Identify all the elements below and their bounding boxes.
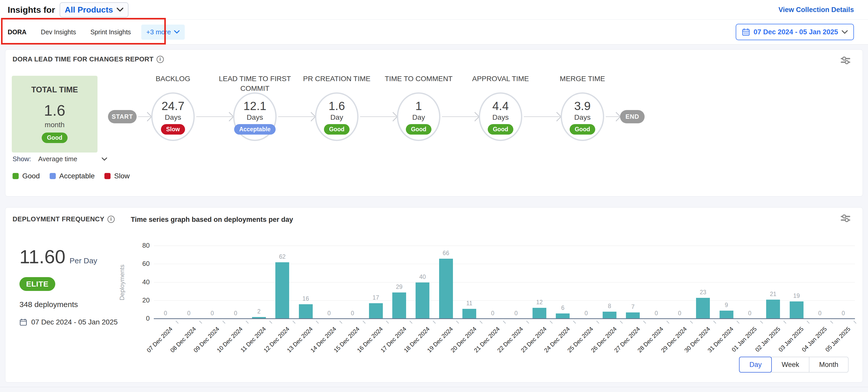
- stage-unit: Day: [330, 113, 343, 122]
- bar: [696, 298, 710, 319]
- x-tick-mark: [199, 321, 202, 324]
- bar: [275, 262, 289, 319]
- tab-sprint-insights[interactable]: Sprint Insights: [90, 20, 131, 44]
- stage-label-merge-time: MERGE TIME: [541, 74, 623, 84]
- bar-value-label: 0: [833, 310, 854, 317]
- bar-value-label: 0: [202, 310, 222, 317]
- granularity-day[interactable]: Day: [739, 357, 772, 372]
- bar-value-label: 62: [272, 253, 292, 260]
- divider: [0, 387, 868, 387]
- y-tick-label: 20: [134, 296, 150, 304]
- view-collection-details-link[interactable]: View Collection Details: [778, 6, 854, 14]
- bar: [462, 309, 476, 319]
- bar-value-label: 9: [716, 302, 737, 309]
- y-axis-title: Deployments: [117, 246, 127, 319]
- info-icon[interactable]: i: [157, 56, 164, 63]
- granularity-month[interactable]: Month: [809, 357, 848, 372]
- bar-value-label: 0: [319, 310, 339, 317]
- stage-value: 1.6: [329, 99, 345, 113]
- y-tick-label: 80: [134, 242, 150, 249]
- bar-value-label: 0: [646, 310, 666, 317]
- lead-time-card: DORA LEAD TIME FOR CHANGES REPORT i TOTA…: [5, 50, 863, 197]
- page-header: Insights for All Products View Collectio…: [0, 0, 868, 20]
- stage-approval-time: 4.4DaysGood: [479, 92, 522, 141]
- chevron-down-icon: [117, 8, 123, 12]
- more-tabs-label: +3 more: [146, 28, 171, 36]
- y-tick-label: 0: [134, 314, 150, 323]
- stage-rating-badge: Good: [488, 124, 513, 134]
- bar-value-label: 66: [436, 250, 456, 257]
- elite-badge: ELITE: [20, 277, 55, 291]
- total-time-value: 1.6: [44, 101, 65, 119]
- info-icon[interactable]: i: [107, 216, 115, 223]
- tab-bar-items: DORADev InsightsSprint Insights: [8, 20, 131, 44]
- bar: [556, 313, 569, 319]
- stage-label-lead-time-to-first-commit: LEAD TIME TO FIRST COMMIT: [214, 74, 296, 93]
- bar-value-label: 0: [483, 310, 503, 317]
- calendar-icon: [20, 318, 27, 326]
- legend-item-acceptable: Acceptable: [50, 172, 95, 180]
- bar-value-label: 0: [810, 310, 830, 317]
- flow-arrowhead-icon: [612, 112, 621, 122]
- deployment-rate-value: 11.60: [20, 246, 65, 268]
- bar-value-label: 23: [693, 289, 713, 296]
- x-tick-mark: [573, 321, 576, 324]
- x-tick-mark: [176, 321, 179, 324]
- x-tick-mark: [760, 321, 763, 324]
- legend-item-good: Good: [12, 172, 40, 180]
- lead-time-title-text: DORA LEAD TIME FOR CHANGES REPORT: [12, 55, 154, 63]
- deployment-card-title: DEPLOYMENT FREQUENCY i: [12, 215, 115, 223]
- stage-value: 12.1: [243, 99, 267, 113]
- stage-unit: Days: [247, 113, 263, 122]
- legend-label: Good: [22, 172, 40, 180]
- x-tick-mark: [246, 321, 249, 324]
- deployment-date-range: 07 Dec 2024 - 05 Jan 2025: [20, 318, 118, 326]
- x-tick-mark: [316, 321, 319, 324]
- bar-value-label: 12: [529, 299, 550, 306]
- flow-arrowhead-icon: [307, 112, 316, 122]
- bar-value-label: 6: [553, 304, 573, 311]
- collection-selector[interactable]: All Products: [60, 2, 128, 18]
- stage-rating-badge: Good: [406, 124, 431, 134]
- stage-label-approval-time: APPROVAL TIME: [460, 74, 541, 84]
- flow-arrowhead-icon: [225, 112, 234, 122]
- x-tick-mark: [643, 321, 646, 324]
- legend-swatch: [50, 173, 56, 179]
- bar-value-label: 17: [366, 294, 386, 301]
- tab-bar: DORADev InsightsSprint Insights +3 more …: [0, 20, 868, 44]
- x-tick-mark: [713, 321, 716, 324]
- bar-value-label: 0: [506, 310, 526, 317]
- legend-swatch: [12, 173, 19, 179]
- x-tick-mark: [363, 321, 365, 324]
- bar-value-label: 2: [249, 308, 269, 315]
- bar: [790, 301, 804, 319]
- more-tabs-button[interactable]: +3 more: [141, 25, 185, 40]
- chart-settings-icon[interactable]: [840, 213, 851, 225]
- tab-dora[interactable]: DORA: [8, 20, 27, 44]
- stage-rating-badge: Acceptable: [234, 124, 276, 134]
- lead-time-flow: STARTBACKLOG24.7DaysSlowLEAD TIME TO FIR…: [99, 74, 784, 184]
- deployment-title-text: DEPLOYMENT FREQUENCY: [12, 215, 104, 223]
- bar: [369, 303, 383, 319]
- total-time-rating-badge: Good: [42, 132, 67, 143]
- stage-time-to-comment: 1DayGood: [397, 92, 440, 141]
- x-tick-mark: [479, 321, 483, 324]
- stage-label-backlog: BACKLOG: [132, 74, 214, 84]
- rating-legend: GoodAcceptableSlow: [12, 172, 130, 180]
- gridline: [154, 300, 855, 301]
- x-tick-mark: [620, 321, 623, 324]
- lead-time-card-title: DORA LEAD TIME FOR CHANGES REPORT i: [12, 55, 164, 63]
- legend-swatch: [104, 173, 111, 179]
- x-axis-line: [154, 318, 855, 319]
- stage-unit: Days: [492, 113, 509, 122]
- date-range-picker[interactable]: 07 Dec 2024 - 05 Jan 2025: [736, 24, 854, 40]
- chart-settings-icon[interactable]: [840, 55, 851, 67]
- tab-dev-insights[interactable]: Dev Insights: [41, 20, 76, 44]
- granularity-week[interactable]: Week: [771, 357, 809, 372]
- calendar-icon: [742, 28, 750, 36]
- show-dropdown[interactable]: Show: Average time: [12, 155, 107, 163]
- x-tick-mark: [666, 321, 670, 324]
- x-tick-mark: [526, 321, 529, 324]
- stage-merge-time: 3.9DaysGood: [561, 92, 604, 141]
- x-tick-mark: [222, 321, 225, 324]
